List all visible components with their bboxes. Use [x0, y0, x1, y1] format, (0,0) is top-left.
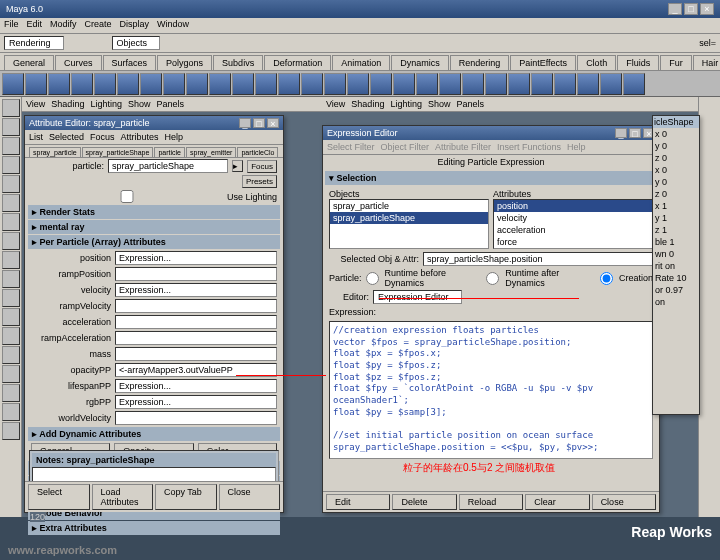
ppa-field[interactable]: [115, 251, 277, 265]
tab-surfaces[interactable]: Surfaces: [103, 55, 157, 70]
ppa-field[interactable]: [115, 315, 277, 329]
ppa-field[interactable]: [115, 283, 277, 297]
tool-button[interactable]: [2, 232, 20, 250]
tool-button[interactable]: [2, 118, 20, 136]
list-item[interactable]: spray_particleShape: [330, 212, 488, 224]
tool-button[interactable]: [2, 403, 20, 421]
ppa-field[interactable]: [115, 379, 277, 393]
section-8[interactable]: ▸ Extra Attributes: [28, 521, 280, 535]
shelf-button[interactable]: [2, 73, 24, 95]
tool-button[interactable]: [2, 289, 20, 307]
shelf-button[interactable]: [255, 73, 277, 95]
tool-button[interactable]: [2, 365, 20, 383]
tool-button[interactable]: [2, 270, 20, 288]
shelf-button[interactable]: [623, 73, 645, 95]
ppa-field[interactable]: [115, 267, 277, 281]
shelf-button[interactable]: [117, 73, 139, 95]
list-item[interactable]: spray_particle: [330, 200, 488, 212]
tab-hair[interactable]: Hair: [693, 55, 720, 70]
notes-header[interactable]: Notes: spray_particleShape: [32, 453, 276, 467]
ppa-field[interactable]: [115, 347, 277, 361]
list-item[interactable]: position: [494, 200, 652, 212]
ppa-field[interactable]: [115, 395, 277, 409]
tool-button[interactable]: [2, 213, 20, 231]
shelf-button[interactable]: [48, 73, 70, 95]
section-3[interactable]: ▸ Add Dynamic Attributes: [28, 427, 280, 441]
shelf-button[interactable]: [577, 73, 599, 95]
shelf-button[interactable]: [186, 73, 208, 95]
shelf-button[interactable]: [439, 73, 461, 95]
shelf-button[interactable]: [140, 73, 162, 95]
tool-button[interactable]: [2, 156, 20, 174]
shelf-button[interactable]: [232, 73, 254, 95]
shelf-button[interactable]: [278, 73, 300, 95]
tool-button[interactable]: [2, 422, 20, 440]
tab-fluids[interactable]: Fluids: [617, 55, 659, 70]
list-item[interactable]: force: [494, 236, 652, 248]
tab-painteffects[interactable]: PaintEffects: [510, 55, 576, 70]
shelf-button[interactable]: [485, 73, 507, 95]
shelf-button[interactable]: [416, 73, 438, 95]
panel-close-icon[interactable]: ×: [267, 118, 279, 128]
shelf-button[interactable]: [163, 73, 185, 95]
panel-min-icon[interactable]: _: [239, 118, 251, 128]
shelf-button[interactable]: [25, 73, 47, 95]
ppa-field[interactable]: [115, 331, 277, 345]
tab-cloth[interactable]: Cloth: [577, 55, 616, 70]
tool-button[interactable]: [2, 137, 20, 155]
section-0[interactable]: ▸ Render Stats: [28, 205, 280, 219]
expression-code[interactable]: //creation expression floats particles v…: [329, 321, 653, 459]
focus-button[interactable]: Focus: [247, 160, 277, 173]
tab-polygons[interactable]: Polygons: [157, 55, 212, 70]
shelf-button[interactable]: [600, 73, 622, 95]
shelf-button[interactable]: [554, 73, 576, 95]
runtime-after-radio[interactable]: [486, 272, 499, 285]
tool-button[interactable]: [2, 99, 20, 117]
tool-button[interactable]: [2, 384, 20, 402]
shelf-button[interactable]: [370, 73, 392, 95]
tab-animation[interactable]: Animation: [332, 55, 390, 70]
section-2[interactable]: ▸ Per Particle (Array) Attributes: [28, 235, 280, 249]
maximize-icon[interactable]: □: [684, 3, 698, 15]
panel-min-icon[interactable]: _: [615, 128, 627, 138]
shelf-button[interactable]: [508, 73, 530, 95]
shelf-button[interactable]: [531, 73, 553, 95]
tab-fur[interactable]: Fur: [660, 55, 692, 70]
tool-button[interactable]: [2, 251, 20, 269]
shelf-button[interactable]: [347, 73, 369, 95]
tab-curves[interactable]: Curves: [55, 55, 102, 70]
use-lighting-checkbox[interactable]: [31, 190, 223, 203]
sel-obj-field[interactable]: [423, 252, 653, 266]
selection-header[interactable]: ▾ Selection: [325, 171, 657, 185]
tab-dynamics[interactable]: Dynamics: [391, 55, 449, 70]
objects-dropdown[interactable]: Objects: [112, 36, 161, 50]
panel-max-icon[interactable]: □: [253, 118, 265, 128]
list-item[interactable]: inputForce[0]: [494, 248, 652, 249]
editor-dropdown[interactable]: Expression Editor: [373, 290, 462, 304]
tab-subdivs[interactable]: Subdivs: [213, 55, 263, 70]
tab-general[interactable]: General: [4, 55, 54, 70]
creation-radio[interactable]: [600, 272, 613, 285]
shelf-button[interactable]: [94, 73, 116, 95]
shelf-button[interactable]: [462, 73, 484, 95]
section-1[interactable]: ▸ mental ray: [28, 220, 280, 234]
shelf-button[interactable]: [301, 73, 323, 95]
goto-icon[interactable]: ▸: [232, 160, 243, 172]
presets-button[interactable]: Presets: [242, 175, 277, 188]
panel-max-icon[interactable]: □: [629, 128, 641, 138]
shelf-button[interactable]: [324, 73, 346, 95]
close-icon[interactable]: ×: [700, 3, 714, 15]
tool-button[interactable]: [2, 175, 20, 193]
tool-button[interactable]: [2, 308, 20, 326]
tab-rendering[interactable]: Rendering: [450, 55, 510, 70]
render-dropdown[interactable]: Rendering: [4, 36, 64, 50]
tool-button[interactable]: [2, 346, 20, 364]
minimize-icon[interactable]: _: [668, 3, 682, 15]
shelf-button[interactable]: [393, 73, 415, 95]
tool-button[interactable]: [2, 194, 20, 212]
runtime-before-radio[interactable]: [366, 272, 379, 285]
particle-field[interactable]: [108, 159, 228, 173]
ppa-field[interactable]: [115, 411, 277, 425]
ppa-field[interactable]: [115, 299, 277, 313]
list-item[interactable]: acceleration: [494, 224, 652, 236]
